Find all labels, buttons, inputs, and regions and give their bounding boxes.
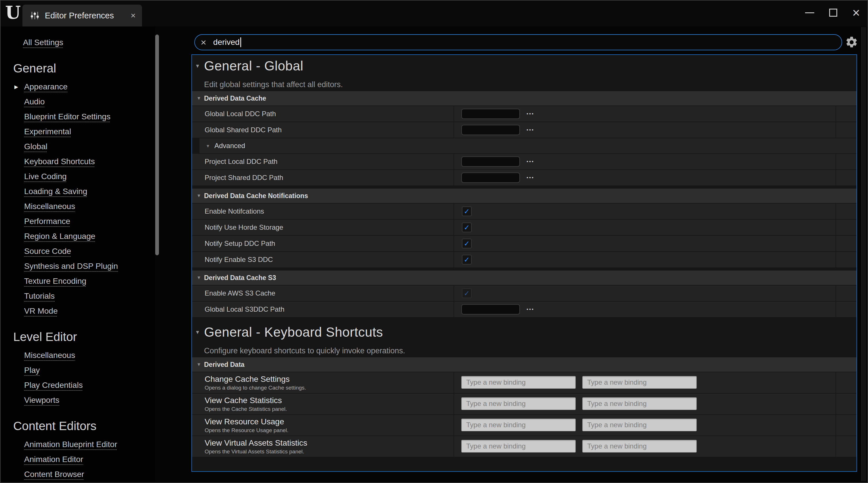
clear-search-icon[interactable]: × xyxy=(200,37,206,47)
settings-panel: ▾ General - Global Edit global settings … xyxy=(191,54,857,472)
path-input[interactable] xyxy=(461,304,520,314)
close-icon[interactable]: × xyxy=(852,6,860,19)
sidebar-scrollbar[interactable] xyxy=(155,27,159,481)
path-input[interactable] xyxy=(461,109,520,119)
binding-input[interactable] xyxy=(582,440,697,453)
category-triangle-icon[interactable]: ▼ xyxy=(196,96,204,101)
property-row-notify-setup-ddc-path: Notify Setup DDC Path ✓ xyxy=(192,236,857,251)
binding-input[interactable] xyxy=(461,397,576,410)
sidebar-scrollbar-thumb[interactable] xyxy=(155,34,159,255)
sidebar-item-le-miscellaneous[interactable]: Miscellaneous xyxy=(1,348,155,363)
titlebar: U Editor Preferences × × xyxy=(1,1,867,26)
collapse-triangle-icon[interactable]: ▾ xyxy=(196,329,204,335)
path-input[interactable] xyxy=(461,173,520,183)
shortcut-row-view-cache-statistics: View Cache Statistics Opens the Cache St… xyxy=(192,394,857,414)
property-label: Project Shared DDC Path xyxy=(192,170,454,185)
sidebar-item-experimental[interactable]: Experimental xyxy=(1,124,155,139)
ellipsis-button[interactable]: ••• xyxy=(527,170,534,185)
ellipsis-button[interactable]: ••• xyxy=(527,106,534,122)
ellipsis-button[interactable]: ••• xyxy=(527,302,534,317)
sidebar-item-synthesis-dsp[interactable]: Synthesis and DSP Plugin xyxy=(1,259,155,274)
checkbox-checked[interactable]: ✓ xyxy=(462,255,472,265)
sidebar-item-global[interactable]: Global xyxy=(1,139,155,154)
settings-gear-icon[interactable] xyxy=(845,36,858,49)
category-ddc-s3[interactable]: ▼ Derived Data Cache S3 xyxy=(192,271,857,285)
unreal-logo-icon: U xyxy=(5,2,21,23)
settings-search-input[interactable]: × derived xyxy=(194,34,842,50)
property-label: Global Local DDC Path xyxy=(192,106,454,122)
binding-input[interactable] xyxy=(461,419,576,431)
sidebar-item-performance[interactable]: Performance xyxy=(1,214,155,229)
sidebar-item-vr-mode[interactable]: VR Mode xyxy=(1,304,155,319)
binding-input[interactable] xyxy=(461,376,576,389)
shortcut-title: View Cache Statistics xyxy=(205,395,454,406)
shortcut-description: Opens the Resource Usage panel. xyxy=(205,427,454,434)
sidebar-item-live-coding[interactable]: Live Coding xyxy=(1,169,155,184)
property-label: Notify Enable S3 DDC xyxy=(192,252,454,267)
property-row-global-shared-ddc-path: Global Shared DDC Path ••• xyxy=(192,122,857,138)
main-scrollbar[interactable] xyxy=(861,27,866,481)
sidebar-item-play[interactable]: Play xyxy=(1,363,155,378)
category-triangle-icon[interactable]: ▼ xyxy=(196,275,204,280)
category-triangle-icon[interactable]: ▼ xyxy=(196,193,204,199)
shortcut-description: Opens the Virtual Assets Statistics pane… xyxy=(205,448,454,455)
category-derived-data[interactable]: ▼ Derived Data xyxy=(192,357,857,372)
shortcut-title: View Virtual Assets Statistics xyxy=(205,438,454,448)
checkbox-checked[interactable]: ✓ xyxy=(462,239,472,248)
row-spacer xyxy=(836,106,857,122)
sliders-icon xyxy=(30,11,40,21)
property-label: Global Local S3DDC Path xyxy=(192,302,454,317)
binding-input[interactable] xyxy=(582,419,697,431)
sidebar-item-all-settings[interactable]: All Settings xyxy=(23,35,155,50)
tab-title: Editor Preferences xyxy=(45,11,130,21)
advanced-triangle-icon[interactable]: ▼ xyxy=(206,144,214,148)
tab-editor-preferences[interactable]: Editor Preferences × xyxy=(23,5,142,26)
sidebar-item-tutorials[interactable]: Tutorials xyxy=(1,289,155,304)
collapse-triangle-icon[interactable]: ▾ xyxy=(196,62,204,69)
sidebar-item-region-language[interactable]: Region & Language xyxy=(1,229,155,244)
search-query-text: derived xyxy=(213,38,240,47)
sidebar-item-content-browser[interactable]: Content Browser xyxy=(1,467,155,482)
ellipsis-button[interactable]: ••• xyxy=(527,122,534,138)
sidebar-item-source-code[interactable]: Source Code xyxy=(1,244,155,259)
checkbox-checked[interactable]: ✓ xyxy=(462,222,472,232)
category-triangle-icon[interactable]: ▼ xyxy=(196,362,204,367)
property-row-enable-aws-s3-cache: Enable AWS S3 Cache ✓ xyxy=(192,285,857,301)
shortcut-title: View Resource Usage xyxy=(205,417,454,427)
path-input[interactable] xyxy=(461,125,520,135)
sidebar-item-viewports[interactable]: Viewports xyxy=(1,393,155,408)
sidebar-item-keyboard-shortcuts[interactable]: Keyboard Shortcuts xyxy=(1,154,155,169)
sidebar-item-audio[interactable]: Audio xyxy=(1,94,155,109)
property-label: Notify Use Horde Storage xyxy=(192,220,454,235)
category-derived-data-cache[interactable]: ▼ Derived Data Cache xyxy=(192,91,857,105)
tab-close-icon[interactable]: × xyxy=(130,11,136,21)
minimize-icon[interactable] xyxy=(805,12,814,13)
checkbox-checked[interactable]: ✓ xyxy=(462,206,472,216)
sidebar-item-texture-encoding[interactable]: Texture Encoding xyxy=(1,274,155,289)
sidebar-item-loading-saving[interactable]: Loading & Saving xyxy=(1,184,155,199)
sidebar-item-miscellaneous[interactable]: Miscellaneous xyxy=(1,199,155,214)
advanced-subsection[interactable]: ▼ Advanced xyxy=(199,138,857,153)
row-spacer xyxy=(836,236,857,251)
row-spacer xyxy=(836,204,857,219)
sidebar-item-play-credentials[interactable]: Play Credentials xyxy=(1,378,155,393)
shortcut-description: Opens the Cache Statistics panel. xyxy=(205,406,454,413)
binding-input[interactable] xyxy=(582,376,697,389)
row-spacer xyxy=(836,170,857,185)
path-input[interactable] xyxy=(461,156,520,167)
editor-preferences-window: U Editor Preferences × × All Settings Ge… xyxy=(0,0,868,483)
row-spacer xyxy=(836,154,857,169)
ellipsis-button[interactable]: ••• xyxy=(527,154,534,169)
binding-input[interactable] xyxy=(461,440,576,453)
property-label: Enable Notifcations xyxy=(192,204,454,219)
sidebar-item-appearance[interactable]: ▶ Appearance xyxy=(1,79,155,94)
row-spacer xyxy=(836,252,857,267)
sidebar-item-blueprint-editor-settings[interactable]: Blueprint Editor Settings xyxy=(1,109,155,124)
binding-input[interactable] xyxy=(582,397,697,410)
category-ddc-notifications[interactable]: ▼ Derived Data Cache Notifications xyxy=(192,189,857,203)
property-row-project-local-ddc-path: Project Local DDC Path ••• xyxy=(192,154,857,169)
maximize-icon[interactable] xyxy=(829,9,837,17)
property-label: Enable AWS S3 Cache xyxy=(192,285,454,301)
sidebar-item-animation-blueprint-editor[interactable]: Animation Blueprint Editor xyxy=(1,437,155,452)
sidebar-item-animation-editor[interactable]: Animation Editor xyxy=(1,452,155,467)
